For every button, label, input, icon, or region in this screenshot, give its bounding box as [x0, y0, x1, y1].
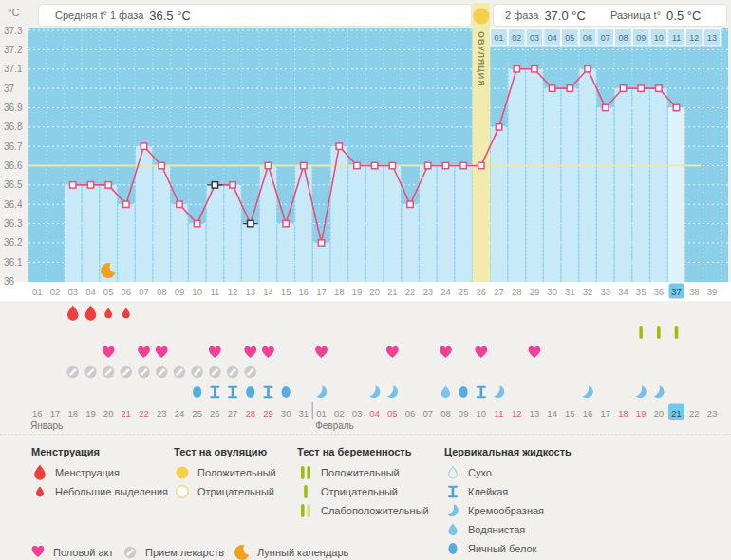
temp-marker[interactable]	[425, 162, 431, 168]
phase2-day-label: 09	[636, 33, 646, 43]
cf-sticky-icon	[444, 483, 461, 500]
temp-marker[interactable]	[318, 240, 324, 246]
y-tick-label: 37.3	[4, 26, 23, 36]
intercourse-icon	[244, 346, 256, 358]
drop-large-icon-shape	[34, 465, 46, 480]
phase2-day-label: 05	[565, 33, 574, 43]
temp-marker[interactable]	[265, 162, 271, 168]
day-column-bar[interactable]	[224, 185, 241, 282]
temp-marker[interactable]	[442, 162, 448, 168]
phase2-label: 2 фаза	[505, 9, 538, 21]
temp-marker[interactable]	[496, 124, 501, 130]
temp-marker[interactable]	[585, 66, 590, 72]
temp-marker[interactable]	[87, 182, 93, 188]
day-column-bar[interactable]	[526, 69, 543, 282]
moon-icon-shape	[234, 545, 249, 560]
day-column-bar[interactable]	[632, 88, 649, 282]
day-column-bar[interactable]	[189, 224, 206, 282]
y-tick-label: 36.1	[4, 257, 23, 268]
temp-marker[interactable]	[603, 104, 609, 110]
temp-marker[interactable]	[177, 201, 182, 207]
date-label: 28	[245, 408, 255, 419]
temp-marker[interactable]	[514, 66, 519, 72]
temp-marker[interactable]	[371, 162, 377, 168]
legend-item: Кремообразная	[444, 501, 572, 520]
day-column-bar[interactable]	[544, 88, 561, 282]
pill-icon-shape	[124, 547, 136, 558]
y-tick-label: 36.8	[4, 121, 23, 132]
temp-marker[interactable]	[141, 143, 146, 149]
cycle-day-label: 21	[387, 287, 398, 297]
temp-marker[interactable]	[389, 162, 395, 168]
heart-icon-shape	[32, 546, 45, 557]
temp-marker[interactable]	[212, 182, 217, 188]
day-column-bar[interactable]	[83, 185, 100, 282]
day-column-bar[interactable]	[313, 243, 330, 282]
menstruation-icon	[104, 308, 112, 318]
day-column-bar[interactable]	[384, 166, 402, 282]
temp-marker[interactable]	[230, 182, 235, 188]
legend-item-label: Сухо	[468, 467, 492, 478]
day-column-bar[interactable]	[242, 224, 259, 282]
temp-marker[interactable]	[70, 182, 76, 188]
temp-marker[interactable]	[248, 220, 253, 226]
date-label: 12	[512, 408, 522, 419]
cycle-day-label: 15	[281, 287, 291, 297]
day-column-bar[interactable]	[509, 69, 526, 282]
day-column-bar[interactable]	[597, 107, 614, 282]
day-column-bar[interactable]	[455, 166, 472, 282]
temp-marker[interactable]	[460, 162, 466, 168]
cycle-day-label: 16	[299, 287, 309, 297]
temp-marker[interactable]	[620, 85, 626, 91]
temp-marker[interactable]	[194, 220, 199, 226]
day-column-bar[interactable]	[118, 204, 135, 282]
legend-item-label: Водянистая	[468, 524, 525, 535]
legend-item: Слабоположительный	[297, 501, 429, 520]
temp-marker[interactable]	[549, 85, 554, 91]
day-column-bar[interactable]	[615, 88, 632, 282]
day-column-bar[interactable]	[491, 127, 508, 282]
temp-marker[interactable]	[283, 220, 289, 226]
heart-icon	[29, 544, 47, 560]
day-column-bar[interactable]	[331, 146, 348, 282]
temp-marker[interactable]	[123, 201, 129, 207]
day-column-bar[interactable]	[348, 166, 366, 282]
day-column-bar[interactable]	[562, 88, 579, 282]
temp-marker[interactable]	[656, 85, 662, 91]
day-column-bar[interactable]	[579, 69, 596, 282]
temp-marker[interactable]	[301, 162, 307, 168]
legend-item-label: Отрицательный	[321, 486, 398, 497]
temp-marker[interactable]	[354, 162, 360, 168]
day-column-bar[interactable]	[277, 224, 294, 282]
day-column-bar[interactable]	[65, 185, 82, 282]
temp-marker[interactable]	[673, 104, 679, 110]
preg-negative-icon	[297, 483, 314, 500]
cycle-day-label: 14	[263, 287, 273, 297]
day-column-bar[interactable]	[207, 185, 224, 282]
temp-marker[interactable]	[336, 143, 342, 149]
day-column-bar[interactable]	[154, 166, 171, 282]
day-column-bar[interactable]	[668, 107, 685, 282]
temp-marker[interactable]	[532, 66, 537, 72]
cycle-day-label: 22	[405, 287, 416, 297]
temp-marker[interactable]	[567, 85, 572, 91]
day-column-bar[interactable]	[402, 204, 419, 282]
cycle-day-label: 04	[85, 287, 96, 297]
temp-marker[interactable]	[638, 85, 644, 91]
pregnancy-test-icon	[639, 326, 643, 339]
day-column-bar[interactable]	[438, 166, 455, 282]
day-column-bar[interactable]	[366, 166, 384, 282]
preg-positive-icon	[297, 464, 314, 481]
temp-marker[interactable]	[478, 162, 484, 168]
date-label: 20	[103, 408, 114, 419]
temp-marker[interactable]	[159, 162, 164, 168]
temp-marker[interactable]	[407, 201, 413, 207]
phase2-day-label: 04	[548, 33, 557, 43]
temp-marker[interactable]	[105, 182, 111, 188]
day-column-bar[interactable]	[650, 88, 667, 282]
day-column-bar[interactable]	[420, 166, 437, 282]
month-label: Февраль	[315, 420, 354, 431]
phase2-day-label: 07	[601, 33, 610, 43]
bbt-chart-canvas: ОВУЛЯЦИЯ01020304050607080910111213010203…	[0, 0, 731, 437]
day-column-bar[interactable]	[171, 204, 188, 282]
